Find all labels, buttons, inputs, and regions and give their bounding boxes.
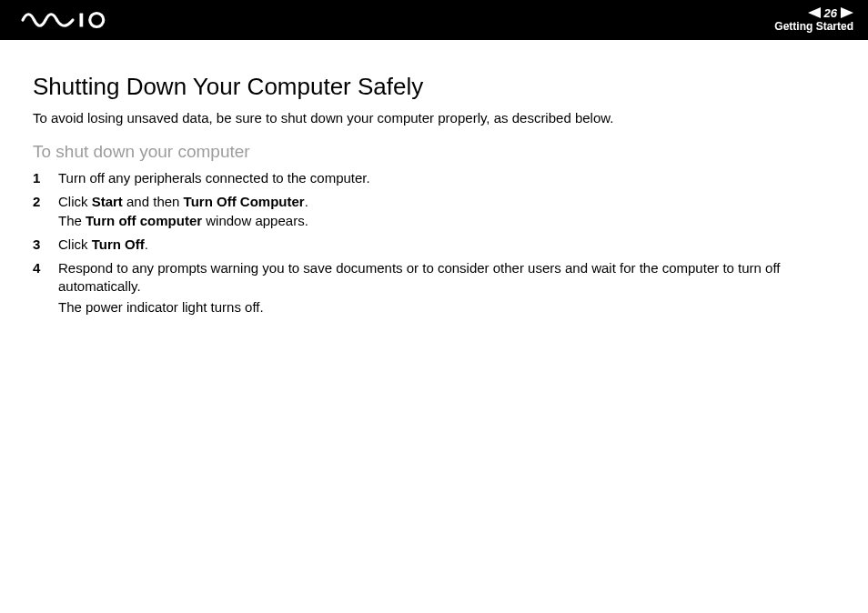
steps-list: Turn off any peripherals connected to th…	[33, 169, 835, 317]
section-name: Getting Started	[774, 21, 853, 33]
step-text-line2: The power indicator light turns off.	[58, 298, 835, 317]
page-nav: 26	[808, 7, 853, 21]
step-text: Turn off any peripherals connected to th…	[58, 170, 370, 186]
step-text-line2: The Turn off computer window appears.	[58, 213, 308, 228]
step-3: Click Turn Off.	[33, 236, 835, 254]
content-area: Shutting Down Your Computer Safely To av…	[0, 40, 868, 322]
vaio-logo	[18, 11, 118, 29]
next-page-icon[interactable]	[841, 7, 853, 21]
subheading: To shut down your computer	[33, 142, 835, 162]
step-1: Turn off any peripherals connected to th…	[33, 169, 835, 187]
intro-text: To avoid losing unsaved data, be sure to…	[33, 110, 835, 126]
step-text: Respond to any prompts warning you to sa…	[58, 260, 780, 294]
prev-page-icon[interactable]	[808, 7, 821, 21]
header-right: 26 Getting Started	[774, 7, 853, 33]
header-bar: 26 Getting Started	[0, 0, 868, 40]
step-text: Click Turn Off.	[58, 236, 148, 252]
page-title: Shutting Down Your Computer Safely	[33, 73, 835, 101]
step-text: Click Start and then Turn Off Computer.	[58, 194, 308, 209]
svg-rect-0	[80, 14, 84, 27]
document-page: 26 Getting Started Shutting Down Your Co…	[0, 0, 868, 613]
svg-marker-3	[841, 7, 853, 18]
page-number: 26	[824, 7, 837, 20]
step-4: Respond to any prompts warning you to sa…	[33, 259, 835, 317]
step-2: Click Start and then Turn Off Computer. …	[33, 193, 835, 230]
svg-marker-2	[808, 7, 821, 18]
svg-point-1	[90, 14, 104, 27]
